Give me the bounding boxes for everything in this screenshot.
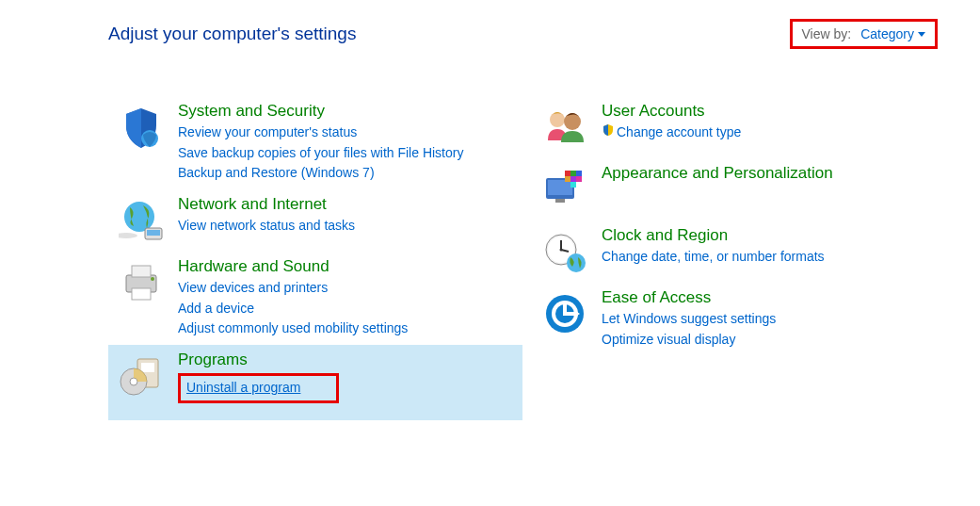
svg-point-13 [550,112,565,127]
link-add-device[interactable]: Add a device [178,299,408,319]
link-uninstall-program[interactable]: Uninstall a program [178,373,339,403]
svg-rect-21 [565,176,570,182]
appearance-title[interactable]: Appearance and Personalization [602,164,833,183]
programs-title[interactable]: Programs [178,351,339,369]
svg-rect-19 [570,171,576,176]
category-user-accounts: User Accounts Change account type [532,96,890,158]
people-icon [539,102,590,153]
view-by-value-text: Category [860,26,914,41]
left-column: System and Security Review your computer… [108,96,522,420]
uac-shield-icon [602,123,615,137]
svg-rect-23 [576,176,582,182]
link-file-history[interactable]: Save backup copies of your files with Fi… [178,143,463,164]
svg-point-1 [124,202,154,232]
right-column: User Accounts Change account type [532,96,890,420]
globe-icon [116,195,167,246]
link-change-account-type[interactable]: Change account type [602,122,741,143]
clock-title[interactable]: Clock and Region [602,226,825,245]
category-programs: Programs Uninstall a program [108,345,522,420]
svg-point-14 [564,113,581,130]
link-change-account-type-text: Change account type [617,124,741,139]
svg-rect-20 [576,171,582,176]
svg-rect-24 [570,182,576,188]
ease-title[interactable]: Ease of Access [602,288,776,307]
link-optimize-display[interactable]: Optimize visual display [602,330,776,351]
svg-point-8 [151,277,154,281]
svg-rect-16 [548,180,572,195]
svg-rect-18 [565,171,570,176]
svg-point-4 [119,233,137,238]
link-network-status[interactable]: View network status and tasks [178,216,355,237]
hardware-title[interactable]: Hardware and Sound [178,257,408,276]
category-clock: Clock and Region Change date, time, or n… [532,220,890,283]
svg-rect-3 [147,230,160,236]
system-security-title[interactable]: System and Security [178,102,463,121]
svg-rect-22 [570,176,576,182]
network-title[interactable]: Network and Internet [178,195,355,214]
printer-icon [116,257,167,308]
chevron-down-icon [918,32,925,37]
user-accounts-title[interactable]: User Accounts [602,102,741,121]
ease-of-access-icon [539,288,590,339]
clock-globe-icon [539,226,590,277]
category-hardware: Hardware and Sound View devices and prin… [108,252,522,345]
svg-rect-10 [141,363,154,372]
svg-rect-7 [132,288,151,300]
svg-rect-6 [132,266,151,277]
category-network: Network and Internet View network status… [108,189,522,252]
category-appearance: Appearance and Personalization [532,158,890,220]
svg-point-29 [560,249,563,252]
link-mobility[interactable]: Adjust commonly used mobility settings [178,318,408,339]
svg-point-30 [567,253,586,272]
link-date-time-formats[interactable]: Change date, time, or number formats [602,247,825,268]
view-by-dropdown[interactable]: Category [860,26,925,41]
shield-icon [116,102,167,153]
category-system-security: System and Security Review your computer… [108,96,522,189]
view-by-control: View by: Category [790,19,938,49]
link-backup-restore[interactable]: Backup and Restore (Windows 7) [178,163,463,184]
svg-point-12 [130,378,137,385]
category-ease: Ease of Access Let Windows suggest setti… [532,283,890,355]
monitor-swatch-icon [539,164,590,215]
link-review-status[interactable]: Review your computer's status [178,122,463,143]
view-by-label: View by: [802,26,852,41]
page-title: Adjust your computer's settings [108,24,356,44]
svg-rect-17 [555,199,565,203]
link-devices-printers[interactable]: View devices and printers [178,278,408,299]
link-suggest-settings[interactable]: Let Windows suggest settings [602,309,776,330]
disc-box-icon [116,351,167,401]
